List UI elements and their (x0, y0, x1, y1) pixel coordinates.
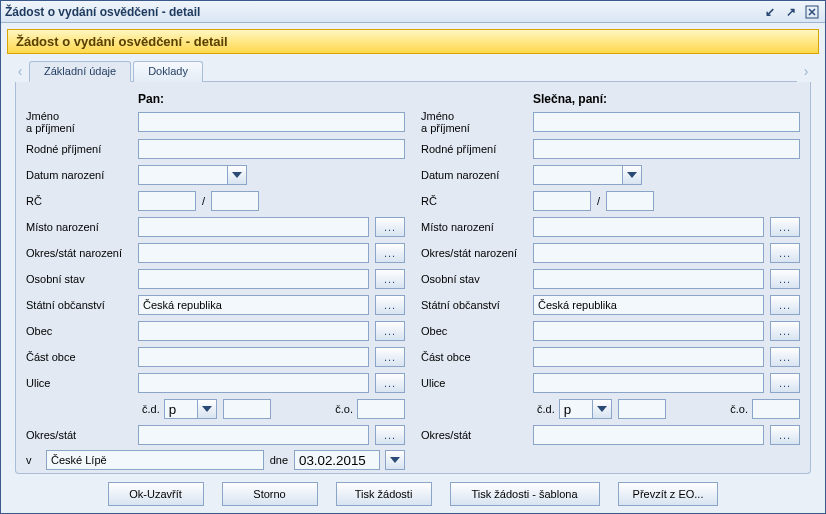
okres-input-right[interactable] (533, 425, 764, 445)
birthplace-input-right[interactable] (533, 217, 764, 237)
label-castobce-right: Část obce (421, 351, 533, 363)
maiden-input-right[interactable] (533, 139, 800, 159)
label-marital-left: Osobní stav (26, 273, 138, 285)
window-close-icon[interactable] (803, 4, 821, 20)
place-input[interactable] (46, 450, 264, 470)
cd-type-dropdown-right[interactable] (592, 399, 612, 419)
name-input-right[interactable] (533, 112, 800, 132)
ulice-picker-right[interactable]: ... (770, 373, 800, 393)
label-citizenship-left: Státní občanství (26, 299, 138, 311)
citizenship-input-right[interactable] (533, 295, 764, 315)
castobce-input-left[interactable] (138, 347, 369, 367)
tab-zakladni-udaje[interactable]: Základní údaje (29, 61, 131, 82)
label-obec-left: Obec (26, 325, 138, 337)
label-rc-right: RČ (421, 195, 533, 207)
co-input-right[interactable] (752, 399, 800, 419)
label-ulice-left: Ulice (26, 377, 138, 389)
dob-input-left[interactable] (139, 166, 209, 184)
okres-input-left[interactable] (138, 425, 369, 445)
label-castobce-left: Část obce (26, 351, 138, 363)
label-co-left: č.o. (335, 403, 353, 415)
rc-b-input-right[interactable] (606, 191, 654, 211)
cd-type-input-right[interactable] (560, 400, 588, 418)
rc-a-input-left[interactable] (138, 191, 196, 211)
label-marital-right: Osobní stav (421, 273, 533, 285)
ulice-input-right[interactable] (533, 373, 764, 393)
citizenship-picker-left[interactable]: ... (375, 295, 405, 315)
birthplace-input-left[interactable] (138, 217, 369, 237)
label-v: v (26, 454, 40, 466)
okres-picker-left[interactable]: ... (375, 425, 405, 445)
date-input[interactable] (295, 451, 375, 469)
label-name-right: Jméno a příjmení (421, 110, 533, 134)
obec-input-right[interactable] (533, 321, 764, 341)
prevzit-eo-button[interactable]: Převzít z EO... (618, 482, 719, 506)
cd-type-input-left[interactable] (165, 400, 193, 418)
name-input-left[interactable] (138, 112, 405, 132)
okres-picker-right[interactable]: ... (770, 425, 800, 445)
tab-doklady[interactable]: Doklady (133, 61, 203, 82)
tisk-zadosti-button[interactable]: Tisk žádosti (336, 482, 432, 506)
castobce-picker-right[interactable]: ... (770, 347, 800, 367)
tab-strip: Základní údaje Doklady (29, 60, 797, 82)
rc-a-input-right[interactable] (533, 191, 591, 211)
label-rc-left: RČ (26, 195, 138, 207)
co-input-left[interactable] (357, 399, 405, 419)
storno-button[interactable]: Storno (222, 482, 318, 506)
obec-picker-right[interactable]: ... (770, 321, 800, 341)
label-okres-left: Okres/stát (26, 429, 138, 441)
birthdistrict-picker-left[interactable]: ... (375, 243, 405, 263)
window-minimize-icon[interactable]: ↙ (761, 4, 779, 20)
label-dne: dne (270, 454, 288, 466)
birthdistrict-input-right[interactable] (533, 243, 764, 263)
rc-b-input-left[interactable] (211, 191, 259, 211)
date-dropdown-button[interactable] (385, 450, 405, 470)
dob-dropdown-button-left[interactable] (227, 165, 247, 185)
ulice-input-left[interactable] (138, 373, 369, 393)
birthdistrict-picker-right[interactable]: ... (770, 243, 800, 263)
dob-input-right[interactable] (534, 166, 604, 184)
castobce-input-right[interactable] (533, 347, 764, 367)
ulice-picker-left[interactable]: ... (375, 373, 405, 393)
label-okres-right: Okres/stát (421, 429, 533, 441)
window-maximize-icon[interactable]: ↗ (782, 4, 800, 20)
cd-number-input-right[interactable] (618, 399, 666, 419)
label-name-left: Jméno a příjmení (26, 110, 138, 134)
marital-input-left[interactable] (138, 269, 369, 289)
label-birthplace-left: Místo narození (26, 221, 138, 233)
label-citizenship-right: Státní občanství (421, 299, 533, 311)
right-header: Slečna, paní: (533, 92, 800, 106)
page-banner: Žádost o vydání osvědčení - detail (7, 29, 819, 54)
tab-scroll-left-icon[interactable]: ‹ (11, 61, 29, 81)
tisk-sablona-button[interactable]: Tisk žádosti - šablona (450, 482, 600, 506)
app-window: Žádost o vydání osvědčení - detail ↙ ↗ Ž… (0, 0, 826, 514)
label-birthplace-right: Místo narození (421, 221, 533, 233)
marital-picker-right[interactable]: ... (770, 269, 800, 289)
marital-input-right[interactable] (533, 269, 764, 289)
label-obec-right: Obec (421, 325, 533, 337)
label-maiden-left: Rodné příjmení (26, 143, 138, 155)
label-ulice-right: Ulice (421, 377, 533, 389)
birthplace-picker-right[interactable]: ... (770, 217, 800, 237)
rc-slash-left: / (196, 195, 211, 207)
button-bar: Ok-Uzavřít Storno Tisk žádosti Tisk žádo… (1, 482, 825, 514)
cd-type-dropdown-left[interactable] (197, 399, 217, 419)
label-dob-right: Datum narození (421, 169, 533, 181)
ok-button[interactable]: Ok-Uzavřít (108, 482, 204, 506)
label-birthdistrict-left: Okres/stát narození (26, 247, 138, 259)
birthplace-picker-left[interactable]: ... (375, 217, 405, 237)
obec-input-left[interactable] (138, 321, 369, 341)
dob-dropdown-button-right[interactable] (622, 165, 642, 185)
label-co-right: č.o. (730, 403, 748, 415)
citizenship-input-left[interactable] (138, 295, 369, 315)
tab-panel: Pan: Jméno a příjmení Rodné příjmení Dat… (15, 82, 811, 474)
window-titlebar[interactable]: Žádost o vydání osvědčení - detail ↙ ↗ (1, 1, 825, 23)
citizenship-picker-right[interactable]: ... (770, 295, 800, 315)
castobce-picker-left[interactable]: ... (375, 347, 405, 367)
birthdistrict-input-left[interactable] (138, 243, 369, 263)
obec-picker-left[interactable]: ... (375, 321, 405, 341)
marital-picker-left[interactable]: ... (375, 269, 405, 289)
maiden-input-left[interactable] (138, 139, 405, 159)
cd-number-input-left[interactable] (223, 399, 271, 419)
tab-scroll-right-icon[interactable]: › (797, 61, 815, 81)
